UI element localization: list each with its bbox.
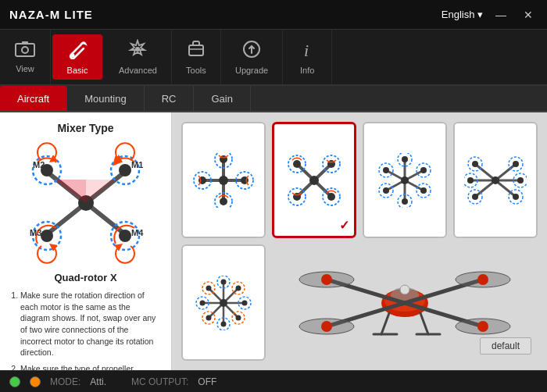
tab-gain[interactable]: Gain [194, 86, 250, 111]
instruction-1: Make sure the rotation direction of each… [20, 290, 162, 358]
svg-text:M3: M3 [30, 228, 41, 237]
svg-text:i: i [304, 41, 309, 59]
svg-point-91 [517, 177, 524, 184]
nav-view[interactable]: View [0, 30, 51, 84]
svg-point-90 [467, 177, 474, 184]
svg-point-130 [321, 321, 332, 332]
svg-point-88 [472, 194, 478, 200]
nav-info[interactable]: i Info [283, 30, 332, 84]
upgrade-icon [241, 39, 262, 62]
svg-point-89 [513, 194, 519, 200]
left-panel: Mixer Type M1 [0, 112, 172, 370]
status-dot-green [9, 376, 20, 387]
title-bar-controls: English ▾ — ✕ [442, 7, 538, 23]
svg-point-115 [206, 315, 212, 320]
config-quad-plus[interactable] [181, 122, 266, 238]
nav-advanced-label: Advanced [119, 66, 157, 75]
nav-view-label: View [16, 64, 34, 73]
quad-diagram: M1 M2 M3 M4 [16, 141, 156, 265]
info-icon: i [297, 39, 317, 62]
tab-aircraft[interactable]: Aircraft [0, 86, 67, 111]
svg-line-132 [381, 313, 389, 334]
mode-label: MODE: [50, 376, 80, 387]
status-dot-orange [30, 376, 41, 387]
svg-point-136 [400, 285, 409, 294]
tab-mounting[interactable]: Mounting [67, 86, 144, 111]
svg-line-75 [475, 180, 495, 197]
svg-point-114 [236, 285, 241, 290]
view-icon [14, 41, 36, 61]
title-bar: NAZA-M LITE English ▾ — ✕ [0, 0, 547, 30]
mc-output-value: OFF [198, 376, 216, 387]
svg-point-72 [420, 187, 427, 194]
tools-icon [186, 39, 206, 62]
mode-value: Atti. [90, 376, 106, 387]
svg-point-128 [321, 274, 332, 285]
svg-marker-15 [86, 180, 117, 203]
nav-basic[interactable]: Basic [52, 34, 103, 80]
svg-point-68 [402, 198, 408, 205]
nav-tools[interactable]: Tools [172, 30, 221, 84]
status-bar: MODE: Atti. MC OUTPUT: OFF [0, 370, 547, 392]
svg-line-133 [420, 313, 428, 334]
svg-rect-0 [16, 44, 34, 56]
svg-text:M1: M1 [131, 160, 143, 169]
nav-info-label: Info [300, 66, 314, 75]
mixer-type-title: Mixer Type [9, 122, 162, 134]
tab-rc[interactable]: RC [145, 86, 195, 111]
language-selector[interactable]: English ▾ [442, 9, 483, 20]
instructions: Make sure the rotation direction of each… [9, 290, 162, 370]
svg-point-112 [242, 300, 248, 305]
svg-point-26 [119, 230, 131, 242]
nav-tools-label: Tools [186, 66, 206, 75]
nav-advanced[interactable]: Advanced [105, 30, 172, 84]
drone-image-area: default [272, 244, 538, 361]
minimize-button[interactable]: — [491, 7, 511, 23]
svg-text:M2: M2 [33, 160, 45, 169]
close-button[interactable]: ✕ [519, 7, 538, 23]
svg-point-79 [492, 176, 499, 184]
svg-point-86 [472, 161, 478, 167]
main-content: Mixer Type M1 [0, 112, 547, 370]
svg-point-23 [41, 230, 53, 242]
nav-upgrade-label: Upgrade [235, 66, 268, 75]
svg-line-73 [475, 164, 495, 180]
config-octo[interactable] [181, 244, 266, 361]
instruction-2: Make sure the type of propeller matches … [20, 363, 162, 370]
svg-point-1 [22, 47, 28, 53]
svg-rect-2 [22, 41, 28, 45]
svg-point-17 [119, 164, 131, 176]
svg-point-67 [402, 156, 408, 162]
nav-basic-label: Basic [67, 66, 88, 75]
svg-point-116 [236, 315, 241, 320]
svg-point-129 [477, 274, 488, 285]
svg-point-38 [220, 198, 227, 205]
nav-bar: View Basic Advanced Tools [0, 30, 547, 86]
svg-point-110 [221, 321, 227, 326]
svg-point-53 [327, 193, 335, 201]
svg-text:M4: M4 [131, 228, 144, 237]
svg-line-76 [495, 180, 516, 197]
config-hex-2[interactable] [453, 122, 538, 238]
quad-rotor-label: Quad-rotor X [9, 272, 162, 283]
config-quad-x[interactable]: ✓ [272, 122, 356, 238]
svg-point-87 [513, 161, 519, 167]
svg-rect-5 [189, 45, 203, 55]
svg-point-32 [219, 176, 228, 185]
svg-marker-14 [55, 180, 86, 203]
svg-point-111 [200, 300, 206, 305]
nav-upgrade[interactable]: Upgrade [221, 30, 283, 84]
basic-icon [66, 39, 88, 62]
default-button[interactable]: default [480, 337, 531, 355]
svg-point-4 [135, 47, 140, 52]
app-title: NAZA-M LITE [9, 8, 93, 21]
mc-output-label: MC OUTPUT: [131, 376, 188, 387]
svg-point-3 [71, 54, 75, 58]
config-hex-1[interactable] [363, 122, 447, 238]
svg-point-100 [220, 299, 227, 307]
svg-point-113 [206, 285, 212, 290]
sub-tabs: Aircraft Mounting RC Gain [0, 86, 547, 112]
advanced-icon [127, 39, 148, 62]
svg-line-74 [495, 164, 516, 180]
svg-point-131 [477, 321, 488, 332]
